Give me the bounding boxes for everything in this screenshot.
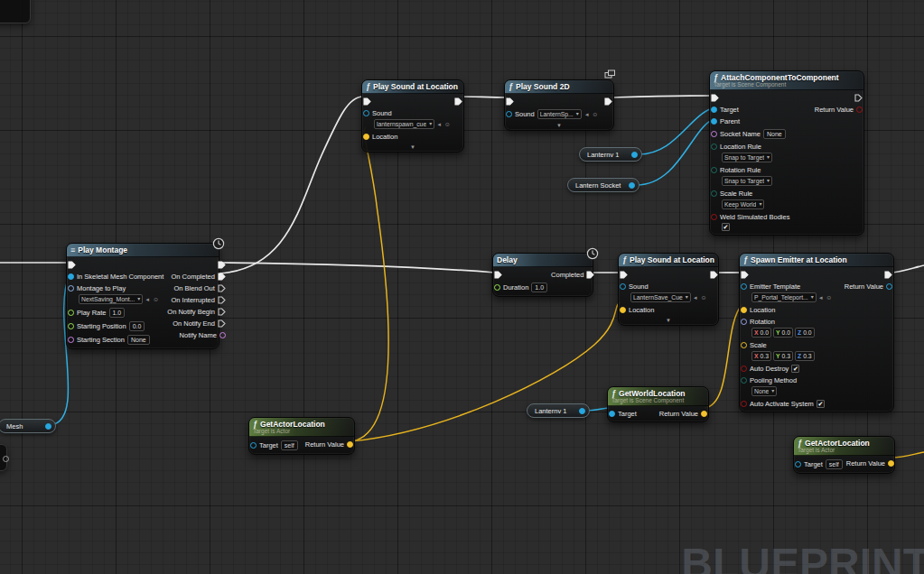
name-pin[interactable] [68,337,74,343]
asset-dropdown[interactable]: LanternSp...▾ [537,109,582,119]
vector-pin[interactable] [888,460,894,467]
asset-picker-icons[interactable]: ◄ ⊙ [145,296,159,302]
exec-pin[interactable] [218,284,226,292]
value-box[interactable]: 1.0 [531,282,547,292]
node-play-sound-at-location-2[interactable]: ƒPlay Sound at LocationSoundLanternSave_… [618,253,719,326]
node-delay[interactable]: DelayDuration1.0Completed [492,253,593,297]
float-pin[interactable] [68,310,74,316]
exec-pin[interactable] [363,97,371,106]
pill-lanternv1-top[interactable]: Lanternv 1 [579,147,642,162]
node-header[interactable]: ƒGetActorLocationTarget is Actor [794,437,894,456]
exec-pin[interactable] [506,97,514,106]
object-pin[interactable] [631,152,638,158]
exec-pin[interactable] [711,94,719,102]
rotator-pin[interactable] [741,319,747,325]
node-header[interactable]: Delay [493,254,593,267]
object-pin[interactable] [45,423,51,430]
asset-picker-icons[interactable]: ◄ ⊙ [584,111,599,117]
node-header[interactable]: ƒSpawn Emitter at Location [740,254,893,267]
object-pin[interactable] [711,118,717,125]
node-header[interactable]: ƒPlay Sound 2D [505,80,613,94]
exec-pin[interactable] [218,308,226,316]
exec-pin[interactable] [494,271,502,279]
object-pin[interactable] [741,283,747,290]
vector-pin[interactable] [347,441,353,448]
bool-pin[interactable] [856,106,863,113]
asset-picker-icons[interactable]: ◄ ⊙ [693,294,707,301]
enum-pin[interactable] [711,190,717,197]
pill-lantern-socket[interactable]: Lantern Socket [567,178,639,192]
exec-pin[interactable] [741,271,749,279]
object-pin[interactable] [629,182,635,189]
exec-pin[interactable] [884,271,892,279]
node-header[interactable]: ƒPlay Sound at Location [619,254,718,267]
exec-pin[interactable] [604,97,612,106]
vector-field-x[interactable]: X0.3 [751,351,771,361]
montage-pin[interactable] [68,285,74,292]
vector-pin[interactable] [741,342,747,348]
object-pin[interactable] [68,273,74,280]
asset-dropdown[interactable]: NextSaving_Mont...▾ [79,294,143,304]
node-get-actor-location-1[interactable]: ƒGetActorLocationTarget is ActorTargetse… [248,417,355,455]
node-get-world-location[interactable]: ƒGetWorldLocationTarget is Scene Compone… [607,386,709,422]
node-header[interactable]: ƒAttachComponentToComponentTarget is Sce… [710,71,863,90]
exec-pin[interactable] [854,94,863,102]
exec-pin[interactable] [218,296,226,304]
vector-pin[interactable] [363,134,369,140]
stub-pin[interactable] [3,456,9,462]
object-pin[interactable] [711,106,717,113]
node-header[interactable]: ƒGetWorldLocationTarget is Scene Compone… [608,387,708,406]
exec-pin[interactable] [710,271,718,279]
collapse-arrow[interactable]: ▼ [362,144,463,152]
object-pin[interactable] [620,283,626,290]
vector-field-z[interactable]: Z0.0 [795,328,815,338]
asset-dropdown[interactable]: lanternspawn_cue▾ [374,119,434,129]
checkbox[interactable]: ✔ [817,400,825,408]
enum-pin[interactable] [711,144,717,150]
collapse-arrow[interactable]: ▼ [619,318,718,325]
exec-pin[interactable] [218,261,226,269]
bool-pin[interactable] [711,214,717,220]
collapse-arrow[interactable]: ▼ [505,123,613,130]
asset-dropdown[interactable]: None▾ [751,386,777,396]
float-pin[interactable] [494,284,500,291]
exec-pin[interactable] [218,273,226,281]
object-pin[interactable] [886,283,892,290]
bool-pin[interactable] [741,366,747,372]
value-box[interactable]: None [127,335,150,345]
node-header[interactable]: ƒGetActorLocationTarget is Actor [249,418,354,437]
object-pin[interactable] [579,408,585,414]
node-attach-component-to-component[interactable]: ƒAttachComponentToComponentTarget is Sce… [709,70,864,236]
name-pin[interactable] [219,332,226,338]
value-box[interactable]: 0.0 [129,321,145,331]
node-header[interactable]: ƒPlay Sound at Location [362,80,463,94]
exec-pin[interactable] [218,319,226,328]
object-pin[interactable] [250,442,257,449]
node-spawn-emitter-at-location[interactable]: ƒSpawn Emitter at LocationEmitter Templa… [739,253,894,412]
node-play-sound-2d[interactable]: ƒPlay Sound 2DSoundLanternSp...▾◄ ⊙▼ [504,79,614,131]
asset-dropdown[interactable]: LanternSave_Cue▾ [630,292,691,302]
vector-field-y[interactable]: Y0.3 [773,351,793,361]
object-pin[interactable] [363,110,369,116]
vector-pin[interactable] [701,411,707,417]
asset-dropdown[interactable]: Snap to Target▾ [722,176,772,186]
vector-field-z[interactable]: Z0.3 [795,351,815,361]
vector-pin[interactable] [620,307,626,313]
asset-picker-icons[interactable]: ◄ ⊙ [818,294,833,301]
pill-lanternv1-bottom[interactable]: Lanternv 1 [527,403,590,418]
checkbox[interactable]: ✔ [791,365,799,373]
value-box[interactable]: self [281,440,298,450]
object-pin[interactable] [506,111,512,117]
value-box[interactable]: 1.0 [109,308,126,318]
vector-field-x[interactable]: X0.0 [751,328,771,338]
asset-dropdown[interactable]: P_Portal_Teleport...▾ [751,292,817,302]
name-pin[interactable] [711,131,717,137]
pill-mesh[interactable]: Mesh [0,419,56,433]
exec-pin[interactable] [68,261,76,269]
exec-pin[interactable] [454,97,462,106]
float-pin[interactable] [68,323,74,329]
blueprint-graph-canvas[interactable]: BLUEPRINT ƒPlay Sound at LocationSoundla… [0,0,924,574]
node-header[interactable]: ≡Play Montage [67,244,219,257]
node-play-montage[interactable]: ≡Play MontageIn Skeletal Mesh ComponentM… [66,243,219,349]
asset-picker-icons[interactable]: ◄ ⊙ [436,121,451,127]
